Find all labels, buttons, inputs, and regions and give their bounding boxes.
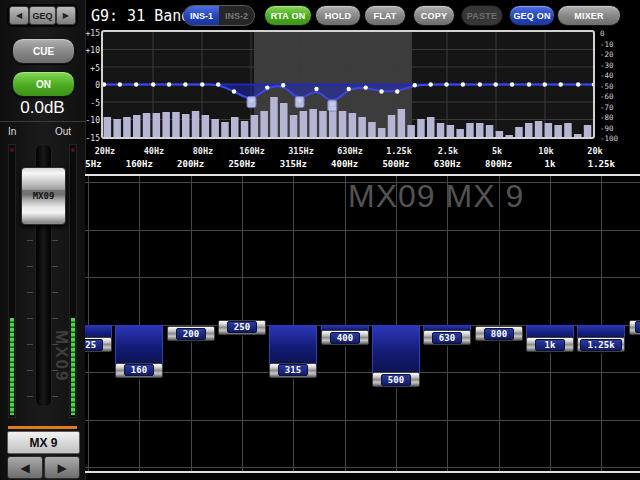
next-channel-button[interactable]: ▶ — [44, 456, 80, 479]
band-point-dot — [151, 82, 155, 86]
band-fader-value: 1k — [535, 339, 565, 351]
output-peak-indicator — [71, 148, 75, 152]
rta-bar — [554, 125, 562, 137]
tab-ins2[interactable]: INS-2 — [219, 6, 254, 25]
band-point-dot — [134, 82, 138, 86]
fader-tick — [52, 396, 58, 397]
channel-fader-knob[interactable]: MX09 — [21, 167, 66, 225]
meter-out-label: Out — [55, 126, 71, 137]
band-fader-handle-160[interactable]: 160 — [115, 363, 163, 378]
band-grid-line — [139, 176, 140, 471]
flat-button[interactable]: FLAT — [364, 5, 406, 26]
band-fader-value: 630 — [432, 332, 462, 344]
rta-bar — [133, 115, 141, 137]
band-frequency-label: 125Hz — [85, 159, 113, 169]
rta-bar — [300, 111, 308, 137]
rta-bar — [241, 121, 249, 137]
band-fader-value: 160 — [124, 364, 154, 376]
band-frequency-label: 315Hz — [268, 159, 318, 169]
band-point-dot — [429, 82, 433, 86]
band-point-dot — [510, 82, 514, 86]
band-fader-handle-315[interactable]: 315 — [269, 363, 317, 378]
rta-bar — [388, 115, 396, 137]
rta-bar — [535, 121, 543, 137]
tab-ins1[interactable]: INS-1 — [184, 6, 219, 25]
input-meter — [8, 144, 16, 418]
channel-name-button[interactable]: MX 9 — [7, 431, 80, 454]
band-point-dot — [461, 82, 465, 86]
band-fader-handle-800[interactable]: 800 — [475, 326, 523, 341]
geq-selector-label[interactable]: GEQ — [29, 6, 56, 25]
band-point-dot — [347, 87, 351, 91]
geq-on-button[interactable]: GEQ ON — [509, 5, 555, 26]
rta-scale-label: -20 — [600, 50, 630, 59]
band-grid-line — [85, 277, 640, 278]
band-fader-value: 500 — [381, 374, 411, 386]
rta-bar — [339, 111, 347, 137]
rta-bar — [104, 117, 112, 137]
band-fader-handle-1k[interactable]: 1k — [526, 337, 574, 352]
band-grid-line — [601, 176, 602, 471]
band-fader-handle-1.6k[interactable]: 1.6k — [629, 320, 640, 335]
prev-channel-button[interactable]: ◀ — [7, 456, 43, 479]
band-frequency-label: 1.25k — [576, 159, 626, 169]
fader-tick — [27, 240, 33, 241]
copy-button[interactable]: COPY — [413, 5, 455, 26]
channel-strip-panel: ◀ GEQ ▶ CUE ON 0.0dB In Out MX09 MX09 MX… — [0, 0, 86, 480]
input-peak-indicator — [10, 148, 14, 152]
band-point-dot — [413, 83, 417, 87]
fader-tick — [52, 292, 58, 293]
band-grid-line — [293, 176, 294, 471]
band-point-dot — [232, 89, 236, 93]
cue-button[interactable]: CUE — [12, 38, 75, 64]
mixer-button[interactable]: MIXER — [557, 5, 621, 26]
fader-tick — [52, 266, 58, 267]
rta-bar — [378, 128, 386, 137]
band-point-dot — [527, 82, 531, 86]
rta-scale-label: -90 — [600, 124, 630, 133]
fader-tick — [52, 240, 58, 241]
paste-button[interactable]: PASTE — [461, 5, 503, 26]
fader-tick — [27, 266, 33, 267]
fader-tick — [27, 292, 33, 293]
divider — [0, 121, 85, 122]
geq-editor-screen: ◀ GEQ ▶ CUE ON 0.0dB In Out MX09 MX09 MX… — [0, 0, 640, 480]
rta-scale-label: -80 — [600, 113, 630, 122]
fader-knob-label: MX09 — [22, 190, 65, 202]
fader-tick — [27, 344, 33, 345]
next-geq-arrow-icon[interactable]: ▶ — [56, 6, 76, 25]
octave-label: 315Hz — [277, 146, 325, 156]
channel-on-button[interactable]: ON — [12, 71, 75, 97]
eq-scale-label: +10 — [84, 46, 100, 55]
band-point-dot — [103, 82, 106, 86]
band-fader-handle-400[interactable]: 400 — [321, 330, 369, 345]
geq-curve-graph[interactable] — [101, 30, 595, 139]
band-fader-value: 1.25k — [580, 339, 621, 351]
band-point-dot — [118, 82, 122, 86]
eq-scale-label: +5 — [84, 64, 100, 73]
band-fader-handle-630[interactable]: 630 — [423, 330, 471, 345]
hold-button[interactable]: HOLD — [315, 5, 361, 26]
geq-band-fader-area[interactable]: MX09 MX 9 1251602002503154005006308001k1… — [85, 176, 640, 471]
rta-bar — [231, 117, 239, 137]
band-fader-handle-200[interactable]: 200 — [167, 326, 215, 341]
channel-id-watermark: MX09 — [51, 330, 71, 382]
band-fader-handle-250[interactable]: 250 — [218, 320, 266, 335]
eq-scale-label: -15 — [84, 134, 100, 143]
rta-bar — [162, 112, 170, 137]
rta-bar — [153, 113, 161, 137]
rta-bar — [545, 123, 553, 137]
rta-bar — [113, 119, 121, 137]
band-fader-handle-125[interactable]: 125 — [85, 337, 112, 352]
rta-bar — [290, 115, 298, 137]
band-grid-line — [447, 176, 448, 471]
rta-on-button[interactable]: RTA ON — [264, 5, 312, 26]
octave-label: 40Hz — [130, 146, 178, 156]
rta-bar — [309, 109, 317, 137]
rta-bar — [368, 122, 376, 137]
band-fader-handle-1.25k[interactable]: 1.25k — [577, 337, 625, 352]
band-fader-handle-500[interactable]: 500 — [372, 372, 420, 387]
prev-geq-arrow-icon[interactable]: ◀ — [9, 6, 29, 25]
band-grid-line — [85, 230, 640, 231]
rta-bar — [486, 125, 494, 137]
